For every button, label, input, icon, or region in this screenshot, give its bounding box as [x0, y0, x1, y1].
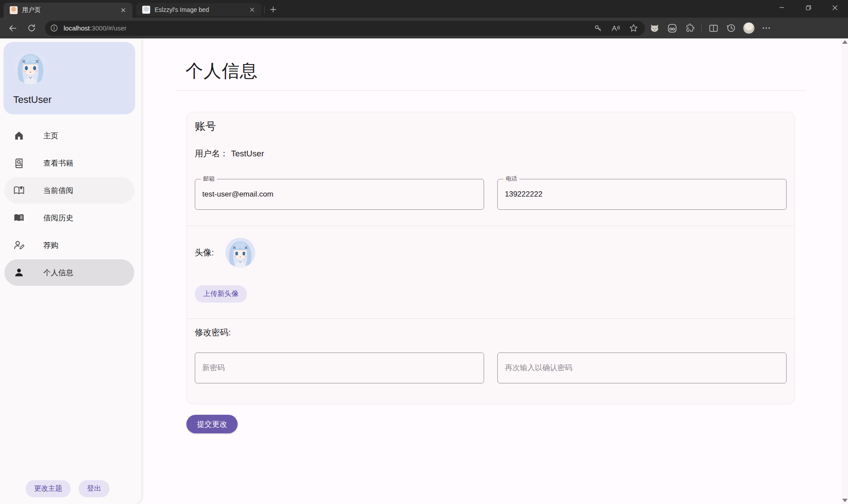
confirm-password-field-wrapper: [497, 352, 787, 383]
main-content: 个人信息 账号 用户名： TestUser 邮箱 电话 头像:: [141, 38, 848, 504]
close-window-button[interactable]: [822, 0, 848, 15]
phone-field-label: 电话: [504, 175, 519, 182]
account-card-title: 账号: [195, 119, 787, 133]
sidebar-item-label: 查看书籍: [43, 158, 73, 168]
tab-title: Eslzzyl's Image bed: [155, 6, 243, 13]
email-field-wrapper: 邮箱: [195, 179, 484, 210]
goggles-extension-icon[interactable]: [664, 21, 680, 36]
restore-button[interactable]: [795, 0, 822, 15]
sidebar: TestUser 主页 查看书籍 当前借阅: [0, 38, 141, 504]
submit-changes-button[interactable]: 提交更改: [186, 415, 238, 433]
new-password-field[interactable]: [195, 352, 484, 383]
sidebar-item-purchase-suggestion[interactable]: 荐购: [4, 232, 134, 258]
url-host: localhost: [64, 24, 90, 32]
sidebar-item-label: 个人信息: [43, 268, 73, 278]
username-label: 用户名：: [195, 148, 228, 159]
browser-tab-strip: 用户页 Eslzzyl's Image bed: [0, 0, 848, 18]
new-tab-button[interactable]: [267, 4, 279, 15]
password-fields-row: [195, 352, 787, 383]
username-row: 用户名： TestUser: [195, 148, 787, 159]
back-button[interactable]: [4, 21, 21, 36]
browser-tab-inactive[interactable]: Eslzzyl's Image bed: [136, 3, 261, 16]
email-field[interactable]: [195, 179, 484, 210]
tab-close-icon[interactable]: [247, 5, 257, 15]
book-search-icon: [13, 157, 25, 169]
sidebar-item-label: 借阅历史: [43, 213, 73, 223]
browser-tab-active[interactable]: 用户页: [4, 3, 132, 18]
avatar-row: 头像:: [195, 238, 787, 268]
tab-favicon: [10, 6, 18, 14]
user-name: TestUser: [13, 94, 135, 106]
contact-fields-row: 邮箱 电话: [195, 179, 787, 210]
history-icon[interactable]: [723, 21, 739, 36]
book-history-icon: [13, 212, 25, 224]
minimize-button[interactable]: [768, 0, 795, 15]
sidebar-item-loan-history[interactable]: 借阅历史: [4, 205, 134, 231]
page-scrollbar[interactable]: [841, 38, 848, 504]
tab-separator: [264, 6, 265, 14]
settings-more-icon[interactable]: [758, 21, 774, 36]
new-password-field-wrapper: [195, 352, 484, 383]
phone-field[interactable]: [497, 179, 787, 210]
card-divider: [187, 226, 795, 226]
browser-toolbar: localhost:3000/#/user: [0, 18, 848, 38]
change-password-label: 修改密码:: [195, 327, 787, 338]
window-controls: [768, 0, 848, 15]
page-title: 个人信息: [186, 59, 848, 83]
extensions-puzzle-icon[interactable]: [682, 21, 698, 36]
favorites-star-icon[interactable]: [626, 22, 640, 35]
refresh-button[interactable]: [23, 21, 40, 36]
sidebar-nav: 主页 查看书籍 当前借阅 借阅历史: [0, 122, 141, 286]
url-text[interactable]: localhost:3000/#/user: [64, 24, 587, 32]
account-card: 账号 用户名： TestUser 邮箱 电话 头像:: [186, 112, 795, 404]
person-edit-icon: [13, 239, 25, 251]
title-divider: [177, 90, 806, 91]
split-screen-icon[interactable]: [705, 21, 721, 36]
sidebar-item-current-loans[interactable]: 当前借阅: [4, 177, 134, 204]
username-value: TestUser: [231, 149, 264, 159]
sidebar-item-home[interactable]: 主页: [4, 122, 134, 149]
password-key-icon[interactable]: [591, 22, 605, 35]
tab-title: 用户页: [22, 6, 114, 14]
current-avatar-image: [225, 238, 255, 268]
sidebar-footer: 更改主题 登出: [26, 480, 110, 497]
sidebar-item-profile[interactable]: 个人信息: [4, 259, 134, 286]
scroll-up-icon[interactable]: [842, 40, 848, 44]
sidebar-item-label: 主页: [43, 131, 58, 141]
sidebar-item-browse-books[interactable]: 查看书籍: [4, 150, 134, 176]
user-card: TestUser: [4, 42, 135, 114]
cat-extension-icon[interactable]: [647, 21, 662, 36]
scroll-down-icon[interactable]: [842, 499, 848, 502]
email-field-label: 邮箱: [201, 175, 217, 182]
change-theme-button[interactable]: 更改主题: [26, 480, 71, 497]
url-path: :3000/#/user: [90, 24, 126, 32]
open-book-icon: [13, 185, 25, 196]
user-avatar[interactable]: [13, 50, 48, 84]
site-info-icon[interactable]: [48, 22, 60, 34]
profile-avatar-image: [743, 22, 755, 34]
person-icon: [13, 267, 25, 278]
sidebar-item-label: 当前借阅: [43, 186, 73, 196]
logout-button[interactable]: 登出: [79, 480, 110, 497]
confirm-password-field[interactable]: [497, 352, 787, 383]
phone-field-wrapper: 电话: [497, 179, 787, 210]
home-icon: [13, 130, 25, 141]
avatar-label: 头像:: [195, 247, 214, 258]
read-aloud-icon[interactable]: [609, 22, 623, 35]
card-divider: [187, 318, 795, 319]
tab-favicon: [142, 6, 150, 14]
sidebar-item-label: 荐购: [43, 240, 58, 250]
toolbar-separator: [701, 24, 702, 33]
tab-close-icon[interactable]: [118, 5, 128, 15]
upload-avatar-button[interactable]: 上传新头像: [195, 285, 247, 303]
browser-profile-avatar[interactable]: [741, 21, 757, 36]
address-bar[interactable]: localhost:3000/#/user: [45, 21, 645, 36]
